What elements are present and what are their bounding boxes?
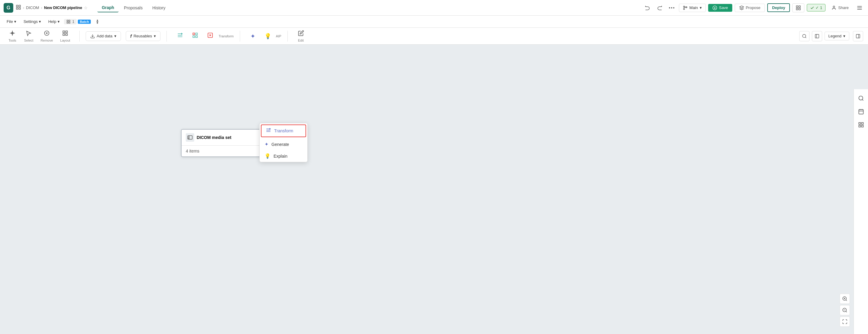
svg-rect-12 xyxy=(799,6,801,7)
transform-tool-3[interactable] xyxy=(203,30,217,42)
sidebar-grid-icon[interactable] xyxy=(856,120,867,130)
svg-rect-32 xyxy=(66,31,67,33)
tools-group: Tools Select Remove Layout xyxy=(5,28,73,44)
toolbar-divider-1 xyxy=(79,31,80,42)
toggle-sidebar-button[interactable] xyxy=(812,31,822,41)
remove-tool[interactable]: Remove xyxy=(38,28,56,44)
sidebar-calendar-icon[interactable] xyxy=(856,106,867,117)
svg-point-5 xyxy=(671,7,672,8)
svg-rect-33 xyxy=(63,33,65,35)
share-label: Share xyxy=(838,5,849,10)
right-panel-toggle[interactable] xyxy=(853,31,863,41)
node-count: 1 xyxy=(72,20,74,24)
breadcrumb: › DICOM › New DICOM pipeline ☆ xyxy=(16,4,88,11)
node-count-badge: 1 xyxy=(64,19,77,25)
check-count: ✓ 1 xyxy=(815,5,822,10)
svg-line-74 xyxy=(846,311,846,312)
legend-label: Legend xyxy=(829,34,841,38)
aip-tool-1[interactable]: ✦ xyxy=(246,31,260,42)
file-bar: File ▾ Settings ▾ Help ▾ 1 Batch xyxy=(0,16,868,28)
fit-view-button[interactable] xyxy=(840,316,850,327)
more-options-button[interactable] xyxy=(667,3,677,13)
reusables-button[interactable]: f Reusables ▾ xyxy=(126,31,160,41)
save-button[interactable]: Save xyxy=(708,4,732,12)
canvas-search-button[interactable] xyxy=(799,31,809,41)
top-bar-actions: Main ▾ Save Propose Deploy ✓ 1 Share xyxy=(643,3,864,13)
svg-rect-11 xyxy=(797,6,798,7)
settings-label: Settings xyxy=(24,19,38,24)
branch-selector[interactable]: Main ▾ xyxy=(679,4,706,12)
svg-rect-3 xyxy=(19,7,21,9)
layout-tool[interactable]: Layout xyxy=(57,28,73,44)
redo-button[interactable] xyxy=(655,3,664,13)
pipeline-icon-btn[interactable] xyxy=(92,18,103,25)
svg-line-60 xyxy=(862,99,863,101)
aip-sparkle-icon: ✦ xyxy=(250,33,255,40)
toolbar-divider-4 xyxy=(287,31,288,42)
context-menu-explain[interactable]: 💡 Explain xyxy=(260,150,307,162)
reusables-icon: f xyxy=(130,33,132,39)
transform-icon-1 xyxy=(177,32,183,40)
select-tool[interactable]: Select xyxy=(21,28,36,44)
zoom-in-button[interactable] xyxy=(840,294,850,304)
layout-grid-button[interactable] xyxy=(792,3,804,12)
help-chevron: ▾ xyxy=(58,19,60,24)
svg-rect-52 xyxy=(188,136,192,139)
file-label: File xyxy=(7,19,13,24)
context-explain-label: Explain xyxy=(274,154,287,159)
move-icon xyxy=(9,30,16,38)
svg-rect-67 xyxy=(859,125,861,127)
app-logo[interactable]: G xyxy=(4,3,13,13)
check-badge[interactable]: ✓ 1 xyxy=(807,4,826,11)
aip-tool-2[interactable]: 💡 xyxy=(260,31,275,41)
context-generate-label: Generate xyxy=(272,142,289,147)
share-button[interactable]: Share xyxy=(828,4,852,12)
add-data-label: Add data xyxy=(97,34,113,38)
add-data-button[interactable]: Add data ▾ xyxy=(86,31,121,41)
propose-label: Propose xyxy=(746,5,760,10)
svg-rect-50 xyxy=(856,34,860,38)
canvas[interactable]: DICOM media set 4 items Transform ✦ Gene… xyxy=(0,45,868,334)
hamburger-menu[interactable] xyxy=(855,3,864,13)
node-items-count: 4 items xyxy=(186,148,199,154)
file-menu[interactable]: File ▾ xyxy=(4,18,19,25)
svg-rect-20 xyxy=(69,20,70,21)
sidebar-search-icon[interactable] xyxy=(856,93,867,104)
svg-rect-14 xyxy=(799,8,801,10)
move-tool[interactable]: Tools xyxy=(5,28,20,44)
tab-graph[interactable]: Graph xyxy=(97,3,118,12)
node-title: DICOM media set xyxy=(197,135,231,140)
legend-button[interactable]: Legend ▾ xyxy=(825,32,849,40)
settings-chevron: ▾ xyxy=(39,19,41,24)
settings-menu[interactable]: Settings ▾ xyxy=(21,18,44,25)
zoom-out-button[interactable] xyxy=(840,305,850,315)
propose-button[interactable]: Propose xyxy=(735,4,765,12)
branch-label: Main xyxy=(689,5,698,10)
transform-label: Transform xyxy=(219,34,234,38)
tab-history[interactable]: History xyxy=(148,4,170,12)
svg-point-25 xyxy=(97,23,98,24)
layout-label: Layout xyxy=(60,39,70,42)
transform-tool-1[interactable] xyxy=(173,30,187,42)
tab-proposals[interactable]: Proposals xyxy=(120,4,147,12)
svg-rect-68 xyxy=(861,125,863,127)
tools-label: Tools xyxy=(8,39,16,42)
deploy-button[interactable]: Deploy xyxy=(767,3,790,12)
svg-rect-40 xyxy=(196,33,197,35)
reusables-chevron: ▾ xyxy=(154,34,156,38)
edit-tool[interactable]: Edit xyxy=(294,28,308,44)
deploy-label: Deploy xyxy=(772,5,785,10)
star-icon[interactable]: ☆ xyxy=(84,5,88,10)
help-menu[interactable]: Help ▾ xyxy=(45,18,63,25)
edit-label: Edit xyxy=(298,39,304,42)
undo-button[interactable] xyxy=(643,3,652,13)
toolbar-divider-2 xyxy=(166,31,167,42)
context-menu-transform[interactable]: Transform xyxy=(261,125,306,137)
explain-context-icon: 💡 xyxy=(265,153,271,159)
breadcrumb-home-icon[interactable] xyxy=(16,4,21,11)
edit-pencil-icon xyxy=(298,30,304,38)
transform-tool-2[interactable] xyxy=(188,30,203,42)
breadcrumb-parent[interactable]: DICOM xyxy=(26,5,39,10)
context-menu-generate[interactable]: ✦ Generate xyxy=(260,138,307,150)
svg-rect-2 xyxy=(16,7,18,9)
